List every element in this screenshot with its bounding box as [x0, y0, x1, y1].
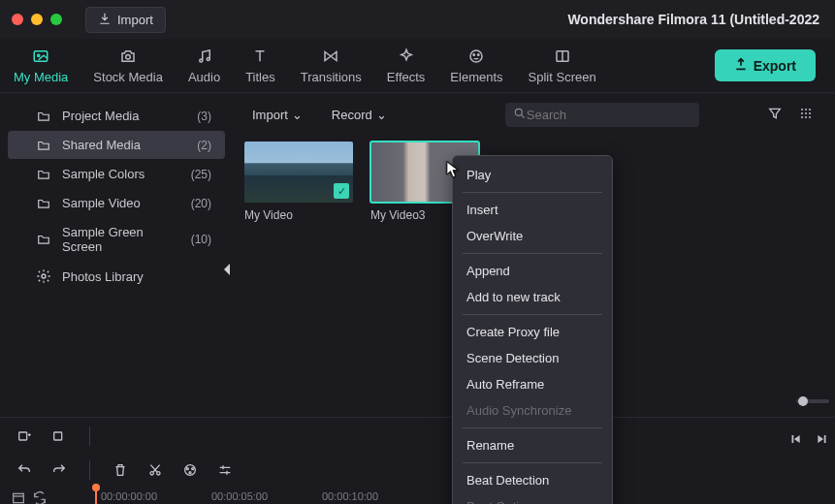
tab-elements[interactable]: Elements [450, 47, 502, 84]
maximize-window[interactable] [50, 14, 62, 25]
adjust-icon[interactable] [216, 461, 234, 479]
svg-point-1 [38, 54, 40, 56]
titlebar-import-button[interactable]: Import [85, 7, 166, 33]
tab-label: Transitions [301, 70, 362, 84]
svg-point-25 [186, 468, 188, 470]
sidebar-label: Photos Library [62, 269, 211, 284]
add-media-icon[interactable] [16, 427, 33, 445]
photos-icon [35, 268, 52, 284]
menu-separator [463, 462, 602, 463]
sidebar-label: Project Media [62, 109, 187, 123]
sidebar-label: Shared Media [62, 138, 187, 152]
menu-separator [463, 427, 602, 428]
svg-point-3 [199, 59, 202, 62]
svg-point-11 [801, 109, 803, 110]
ruler-tick: 00:00:00:00 [101, 490, 157, 502]
sidebar-count: (20) [191, 197, 211, 210]
sidebar-item-project-media[interactable]: Project Media (3) [8, 102, 225, 130]
menu-item-audio-synchronize: Audio Synchronize [453, 397, 612, 424]
clip-label: My Video [244, 208, 353, 222]
tab-split-screen[interactable]: Split Screen [529, 47, 596, 84]
sidebar-count: (10) [191, 233, 211, 246]
chevron-down-icon: ⌄ [376, 108, 387, 122]
timeline-tools [0, 417, 835, 454]
menu-item-auto-reframe[interactable]: Auto Reframe [453, 371, 612, 397]
folder-icon [35, 197, 52, 210]
zoom-slider[interactable] [796, 399, 829, 403]
svg-point-22 [150, 472, 153, 475]
close-window[interactable] [12, 14, 23, 25]
menu-item-scene-detection[interactable]: Scene Detection [453, 345, 612, 371]
new-bin-icon[interactable] [50, 427, 68, 445]
split-icon [551, 47, 574, 66]
ruler-tick: 00:00:10:00 [322, 490, 378, 502]
import-label: Import [252, 108, 288, 122]
filter-icon[interactable] [767, 106, 783, 124]
tab-label: Stock Media [93, 70, 163, 84]
redo-icon[interactable] [50, 461, 68, 479]
tab-my-media[interactable]: My Media [14, 47, 68, 84]
menu-item-append[interactable]: Append [453, 258, 612, 284]
context-menu: PlayInsertOverWriteAppendAdd to new trac… [452, 155, 613, 504]
clip-thumbnail[interactable]: ✓ [244, 142, 353, 203]
export-button[interactable]: Export [715, 49, 816, 81]
sidebar-count: (25) [191, 168, 211, 181]
record-dropdown[interactable]: Record ⌄ [324, 104, 395, 126]
menu-item-beat-options: Beat Options [453, 493, 612, 504]
slider-knob[interactable] [798, 396, 808, 406]
sidebar-item-shared-media[interactable]: Shared Media (2) [8, 131, 225, 159]
menu-item-play[interactable]: Play [453, 162, 612, 188]
svg-point-16 [809, 112, 811, 114]
import-dropdown[interactable]: Import ⌄ [244, 104, 310, 126]
tab-transitions[interactable]: Transitions [301, 47, 362, 84]
timeline-ruler[interactable]: 00:00:00:00 00:00:05:00 00:00:10:00 [0, 487, 835, 504]
sidebar: Project Media (3) Shared Media (2) Sampl… [0, 93, 233, 417]
next-frame-icon[interactable] [816, 432, 829, 449]
text-icon [248, 47, 272, 66]
playhead[interactable] [95, 487, 97, 504]
prev-frame-icon[interactable] [788, 432, 802, 449]
sidebar-item-sample-green-screen[interactable]: Sample Green Screen (10) [8, 218, 225, 261]
sync-icon[interactable] [31, 489, 48, 504]
sidebar-label: Sample Video [62, 196, 181, 210]
svg-point-23 [157, 472, 160, 475]
search-input[interactable] [527, 108, 691, 122]
export-label: Export [754, 58, 796, 74]
tab-label: Elements [450, 70, 502, 84]
tab-audio[interactable]: Audio [188, 47, 220, 84]
clip-item[interactable]: ✓ My Video [244, 142, 353, 222]
playback-controls [788, 432, 829, 449]
tab-stock-media[interactable]: Stock Media [93, 47, 163, 84]
svg-point-15 [805, 112, 807, 114]
menu-item-rename[interactable]: Rename [453, 432, 612, 458]
edit-tools [0, 454, 835, 487]
undo-icon[interactable] [16, 461, 33, 479]
svg-point-17 [801, 116, 803, 118]
svg-rect-21 [54, 432, 62, 440]
tab-effects[interactable]: Effects [387, 47, 426, 84]
menu-item-add-to-new-track[interactable]: Add to new track [453, 284, 612, 310]
grid-icon[interactable] [798, 106, 814, 124]
menu-separator [463, 192, 602, 193]
menu-item-beat-detection[interactable]: Beat Detection [453, 467, 612, 493]
search-field[interactable] [505, 103, 699, 127]
svg-point-27 [189, 472, 191, 474]
sidebar-item-photos-library[interactable]: Photos Library [8, 262, 225, 291]
svg-point-6 [473, 54, 475, 56]
app-title: Wondershare Filmora 11 (Untitled-2022 [567, 12, 823, 27]
menu-item-create-proxy-file[interactable]: Create Proxy file [453, 319, 612, 345]
timeline-options-icon[interactable] [10, 489, 27, 504]
chevron-down-icon: ⌄ [292, 108, 303, 122]
menu-item-insert[interactable]: Insert [453, 197, 612, 223]
tab-titles[interactable]: Titles [245, 47, 275, 84]
color-icon[interactable] [181, 461, 199, 479]
import-label: Import [117, 13, 153, 27]
menu-item-overwrite[interactable]: OverWrite [453, 223, 612, 249]
tab-label: Titles [245, 70, 275, 84]
collapse-sidebar-button[interactable] [224, 264, 230, 275]
sidebar-item-sample-video[interactable]: Sample Video (20) [8, 189, 225, 217]
sidebar-item-sample-colors[interactable]: Sample Colors (25) [8, 160, 225, 188]
delete-icon[interactable] [112, 461, 129, 479]
cut-icon[interactable] [146, 461, 164, 479]
minimize-window[interactable] [31, 14, 43, 25]
